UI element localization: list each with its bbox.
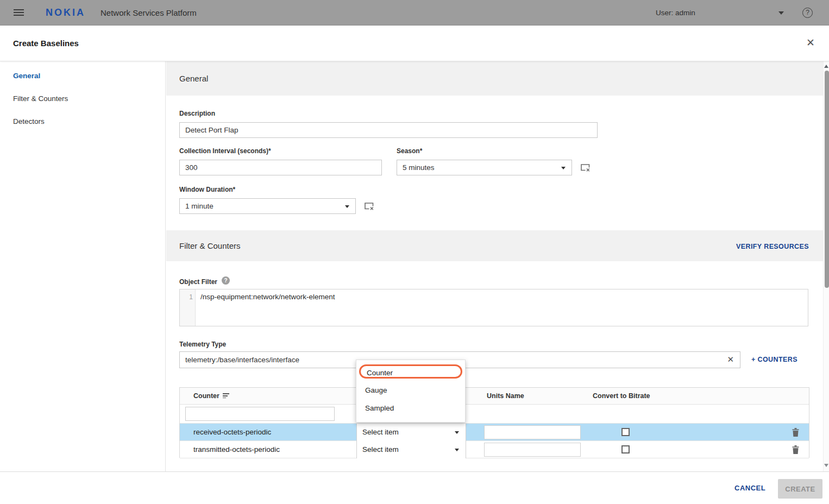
counters-table: Counter Units Name Convert to Bitrate re…: [179, 387, 809, 458]
object-filter-label: Object Filter: [179, 278, 217, 286]
filter-counters-section-title: Filter & Counters: [179, 241, 241, 250]
create-button[interactable]: CREATE: [778, 479, 822, 499]
chevron-down-icon: [345, 205, 349, 208]
clear-selection-icon[interactable]: [580, 163, 591, 174]
table-row[interactable]: received-octets-periodic Select item: [180, 424, 809, 441]
nokia-logo: NOKIA: [46, 7, 85, 18]
editor-gutter: 1: [180, 289, 196, 326]
page-title: Create Baselines: [13, 39, 79, 48]
collection-interval-input[interactable]: [179, 160, 382, 175]
cancel-button[interactable]: CANCEL: [734, 484, 765, 492]
dropdown-option-sampled[interactable]: Sampled: [356, 399, 465, 417]
scroll-up-icon[interactable]: [824, 65, 828, 68]
convert-to-bitrate-checkbox[interactable]: [621, 445, 630, 453]
scrollbar-thumb[interactable]: [825, 71, 829, 288]
season-select-value: 5 minutes: [403, 163, 435, 172]
units-name-input[interactable]: [484, 443, 581, 457]
top-bar: NOKIA Network Services Platform User: ad…: [0, 0, 829, 26]
add-counters-button[interactable]: + COUNTERS: [751, 356, 797, 363]
general-section-title: General: [179, 74, 208, 83]
telemetry-type-label: Telemetry Type: [179, 341, 226, 348]
user-menu-label[interactable]: User: admin: [656, 9, 695, 17]
chevron-down-icon[interactable]: [778, 11, 784, 15]
type-select[interactable]: Select item: [356, 441, 466, 458]
table-filter-row: [180, 405, 809, 424]
question-icon[interactable]: ?: [222, 276, 230, 285]
vertical-scrollbar[interactable]: [823, 61, 829, 471]
verify-resources-button[interactable]: VERIFY RESOURCES: [736, 243, 809, 250]
window-duration-select[interactable]: 1 minute: [179, 198, 356, 214]
counter-name: received-octets-periodic: [193, 428, 271, 436]
description-input[interactable]: [179, 122, 598, 138]
chevron-down-icon: [561, 167, 566, 169]
sort-icon: [223, 393, 229, 399]
dropdown-option-gauge[interactable]: Gauge: [356, 381, 465, 399]
trash-icon[interactable]: [792, 428, 799, 439]
object-filter-code: /nsp-equipment:network/network-element: [200, 293, 335, 301]
convert-to-bitrate-column-header: Convert to Bitrate: [593, 392, 650, 400]
app-title: Network Services Platform: [101, 8, 197, 17]
close-icon[interactable]: ✕: [806, 36, 815, 49]
dialog-header: Create Baselines ✕: [0, 26, 829, 61]
table-row[interactable]: transmitted-octets-periodic Select item: [180, 441, 809, 458]
units-name-column-header: Units Name: [487, 392, 524, 400]
table-header-row: Counter Units Name Convert to Bitrate: [180, 388, 809, 405]
clear-icon[interactable]: ✕: [727, 355, 734, 364]
window-duration-select-value: 1 minute: [185, 202, 213, 210]
season-label: Season*: [397, 147, 422, 155]
chevron-down-icon: [455, 431, 459, 434]
type-select-value: Select item: [362, 445, 399, 453]
dropdown-option-counter[interactable]: Counter: [359, 364, 462, 379]
counter-header-label: Counter: [193, 392, 219, 400]
help-icon[interactable]: ?: [802, 8, 813, 18]
sidebar: General Filter & Counters Detectors: [0, 61, 166, 471]
menu-icon[interactable]: [14, 9, 24, 16]
collection-interval-label: Collection Interval (seconds)*: [179, 147, 271, 155]
chevron-down-icon: [455, 449, 459, 451]
sidebar-item-detectors[interactable]: Detectors: [13, 117, 45, 125]
general-section-header: General: [166, 61, 823, 96]
counter-column-header[interactable]: Counter: [193, 392, 229, 400]
counter-name: transmitted-octets-periodic: [193, 445, 280, 453]
counter-filter-input[interactable]: [185, 407, 335, 421]
filter-counters-section-header: Filter & Counters VERIFY RESOURCES: [166, 230, 823, 261]
convert-to-bitrate-checkbox[interactable]: [621, 428, 630, 436]
type-select-value: Select item: [362, 428, 399, 436]
type-dropdown-menu: Counter Gauge Sampled: [356, 360, 466, 423]
sidebar-item-general[interactable]: General: [13, 72, 40, 80]
scroll-down-icon[interactable]: [824, 464, 828, 467]
sidebar-item-filter-counters[interactable]: Filter & Counters: [13, 94, 68, 103]
line-number: 1: [180, 293, 193, 301]
dialog-content: General Description Collection Interval …: [166, 61, 823, 471]
description-label: Description: [179, 110, 215, 117]
type-select[interactable]: Select item: [356, 424, 466, 441]
season-select[interactable]: 5 minutes: [397, 160, 572, 175]
window-duration-label: Window Duration*: [179, 186, 235, 193]
object-filter-editor[interactable]: 1 /nsp-equipment:network/network-element: [179, 289, 808, 326]
dialog-footer: CANCEL CREATE: [0, 471, 829, 504]
units-name-input[interactable]: [484, 425, 581, 439]
trash-icon[interactable]: [792, 445, 799, 456]
clear-selection-icon[interactable]: [364, 201, 374, 213]
